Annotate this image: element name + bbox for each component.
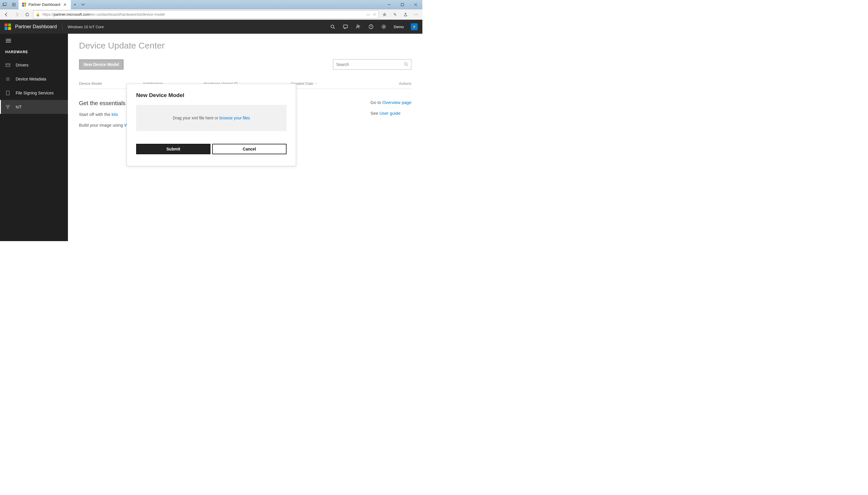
svg-text:?: ? — [370, 25, 372, 29]
lock-icon: 🔒 — [36, 13, 40, 17]
th-created-date[interactable]: Created Date↑ — [291, 81, 364, 86]
close-window-button[interactable] — [409, 0, 422, 9]
th-actions[interactable]: Actions — [364, 81, 411, 86]
svg-point-11 — [359, 25, 360, 27]
dropzone-text: Drag your xml file here or — [173, 116, 218, 120]
chat-icon[interactable] — [342, 24, 348, 30]
svg-line-8 — [334, 28, 335, 29]
sidebar-item-file-signing[interactable]: File Signing Services — [0, 86, 68, 100]
header-subtitle: Windows 10 IoT Core — [68, 25, 104, 29]
new-tab-button[interactable]: ＋ — [71, 1, 79, 9]
action-row: New Device Model — [79, 59, 411, 70]
url-scheme: https:// — [42, 12, 54, 17]
submit-button[interactable]: Submit — [136, 144, 211, 154]
svg-point-34 — [405, 63, 407, 65]
forward-button[interactable] — [12, 10, 21, 19]
more-icon[interactable]: ⋯ — [411, 10, 421, 19]
people-icon[interactable] — [355, 24, 361, 30]
browser-addressbar: 🔒 https://partner.microsoft.com/en-us/da… — [0, 9, 422, 20]
svg-rect-1 — [3, 3, 6, 5]
browser-tab[interactable]: Partner Dashboard ✕ — [19, 0, 71, 9]
iot-icon — [5, 104, 11, 109]
svg-point-7 — [331, 25, 334, 28]
sidebar-item-iot[interactable]: IoT — [0, 100, 68, 114]
overview-page-link[interactable]: Overview page — [382, 100, 411, 105]
tab-list-button[interactable] — [79, 1, 87, 9]
share-icon[interactable] — [401, 10, 410, 19]
search-icon[interactable] — [330, 24, 336, 30]
url-input[interactable]: 🔒 https://partner.microsoft.com/en-us/da… — [33, 11, 379, 19]
sidebar-item-label: File Signing Services — [16, 91, 54, 95]
sidebar-item-device-metadata[interactable]: Device Metadata — [0, 72, 68, 86]
hamburger-button[interactable] — [0, 34, 68, 48]
svg-point-31 — [7, 107, 8, 109]
svg-line-32 — [7, 106, 8, 107]
svg-rect-23 — [6, 64, 10, 67]
essentials-line2: Build your image using W — [79, 123, 128, 127]
user-guide-link[interactable]: User guide — [379, 111, 401, 116]
kits-link[interactable]: kits — [111, 112, 118, 117]
page-title: Device Update Center — [79, 41, 411, 51]
favorite-star-icon[interactable]: ☆ — [373, 12, 376, 17]
sidebar-item-label: IoT — [16, 105, 21, 109]
maximize-button[interactable] — [396, 0, 409, 9]
svg-line-20 — [385, 28, 386, 29]
notes-icon[interactable]: ✎ — [390, 10, 400, 19]
file-dropzone[interactable]: Drag your xml file here or browse your f… — [136, 105, 286, 131]
userguide-line: See User guide — [370, 111, 411, 116]
minimize-button[interactable] — [382, 0, 396, 9]
essentials-line1: Start off with the kits — [79, 112, 128, 117]
drivers-icon — [5, 63, 11, 68]
svg-rect-28 — [6, 91, 9, 95]
sidebar: HARDWARE Drivers Device Metadata File Si… — [0, 34, 68, 241]
metadata-icon — [5, 76, 11, 82]
browse-files-link[interactable]: browse your files — [219, 116, 250, 120]
svg-rect-4 — [401, 3, 404, 6]
help-icon[interactable]: ? — [368, 24, 374, 30]
essentials-heading: Get the essentials — [79, 100, 128, 107]
svg-rect-9 — [343, 25, 348, 28]
app-header: Partner Dashboard Windows 10 IoT Core ? … — [0, 20, 422, 34]
tab-preview-icon[interactable] — [0, 0, 9, 9]
svg-point-10 — [357, 25, 358, 27]
brand-title: Partner Dashboard — [15, 24, 57, 30]
search-icon[interactable] — [404, 62, 408, 67]
avatar[interactable]: ⚡ — [411, 23, 418, 30]
sidebar-section-title: HARDWARE — [0, 48, 68, 58]
new-device-model-dialog: New Device Model Drag your xml file here… — [127, 84, 296, 166]
svg-line-21 — [385, 25, 386, 25]
header-divider — [62, 23, 63, 31]
hamburger-icon — [6, 39, 11, 42]
gear-icon[interactable] — [381, 24, 387, 30]
refresh-button[interactable] — [23, 10, 32, 19]
sidebar-item-label: Device Metadata — [16, 77, 46, 81]
favorites-hub-icon[interactable]: ⛤ — [380, 10, 389, 19]
browser-titlebar: Partner Dashboard ✕ ＋ — [0, 0, 422, 9]
url-path: /en-us/dashboard/hardware/iot/device-mod… — [90, 12, 165, 17]
search-box[interactable] — [333, 59, 411, 70]
sidebar-item-label: Drivers — [16, 63, 29, 67]
overview-line: Go to Overview page — [370, 100, 411, 105]
svg-line-35 — [407, 65, 408, 66]
set-aside-tabs-icon[interactable] — [9, 0, 19, 9]
cancel-button[interactable]: Cancel — [212, 144, 286, 154]
modal-title: New Device Model — [136, 92, 286, 99]
microsoft-logo-icon — [5, 23, 11, 30]
file-icon — [5, 90, 11, 96]
tab-title: Partner Dashboard — [29, 2, 60, 7]
main-content: Device Update Center New Device Model De… — [68, 34, 422, 241]
svg-point-14 — [383, 26, 385, 28]
svg-line-33 — [8, 106, 9, 107]
user-name[interactable]: Demo — [394, 25, 404, 29]
new-device-model-button[interactable]: New Device Model — [79, 59, 124, 70]
microsoft-logo-icon — [22, 3, 26, 7]
search-input[interactable] — [336, 62, 404, 67]
sort-asc-icon: ↑ — [315, 82, 317, 86]
sidebar-item-drivers[interactable]: Drivers — [0, 58, 68, 72]
reading-view-icon[interactable]: ▭ — [366, 12, 370, 17]
svg-line-22 — [382, 28, 383, 29]
back-button[interactable] — [2, 10, 11, 19]
tab-close-icon[interactable]: ✕ — [63, 2, 67, 7]
url-host: partner.microsoft.com — [54, 12, 90, 17]
svg-line-19 — [382, 25, 383, 25]
